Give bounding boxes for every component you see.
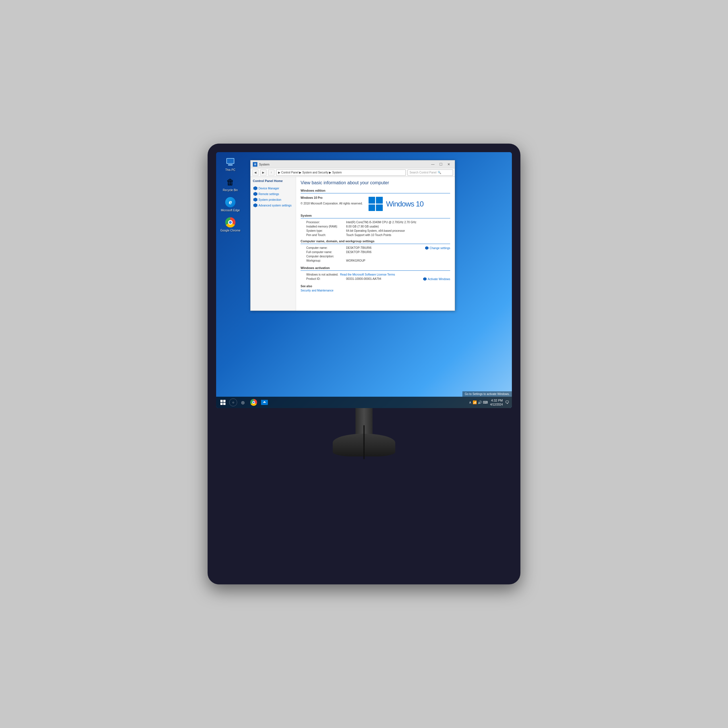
device-manager-label: Device Manager [258, 187, 279, 190]
device-manager-link[interactable]: Device Manager [253, 185, 294, 191]
pen-touch-row: Pen and Touch: Touch Support with 10 Tou… [301, 234, 450, 237]
edge-icon[interactable]: e Microsoft Edge [219, 195, 242, 213]
back-button[interactable]: ◀ [252, 170, 258, 176]
tablet-device: This PC 🗑 Recycle Bin e Microsoft Edge [208, 144, 520, 584]
taskbar-search-button[interactable]: ○ [229, 398, 237, 406]
taskbar-cortana[interactable]: ◎ [238, 397, 248, 407]
start-button[interactable] [218, 397, 228, 407]
forward-button[interactable]: ▶ [260, 170, 266, 176]
close-button[interactable]: ✕ [445, 162, 453, 167]
see-also-section: See also Security and Maintenance [301, 283, 450, 292]
change-settings-label: Change settings [430, 246, 450, 250]
windows10-logo: Windows 10 [369, 197, 424, 211]
computer-name-label: Computer name: [301, 246, 346, 249]
pen-touch-label: Pen and Touch: [301, 234, 346, 237]
edge-shape: e [225, 197, 236, 207]
address-bar: ◀ ▶ ↑ ▶ Control Panel ▶ System and Secur… [251, 168, 455, 177]
recycle-bin-icon-img: 🗑 [225, 176, 236, 188]
edge-icon-img: e [225, 196, 236, 208]
license-terms-link[interactable]: Read the Microsoft Software License Term… [340, 273, 395, 276]
mail-icon [261, 400, 268, 405]
change-settings-link[interactable]: Change settings [425, 246, 450, 250]
system-type-label: System type: [301, 229, 346, 232]
chrome-label: Google Chrome [220, 229, 240, 232]
main-content: View basic information about your comput… [296, 177, 455, 310]
chrome-icon-img [225, 217, 236, 228]
taskbar-time: 4:32 PM [490, 398, 503, 402]
security-maintenance-link[interactable]: Security and Maintenance [301, 289, 450, 292]
left-panel-title: Control Panel Home [253, 179, 294, 183]
this-pc-icon-img [225, 156, 236, 168]
product-id-label: Product ID: [301, 277, 346, 281]
chrome-ring-shape [225, 217, 236, 228]
workgroup-value: WORKGROUP [346, 259, 372, 262]
computer-name-section: Computer name: DESKTOP-TBIURI6 Full comp… [301, 246, 450, 263]
computer-description-row: Computer description: [301, 255, 372, 258]
taskbar-mail[interactable] [259, 397, 269, 407]
desktop-icons-container: This PC 🗑 Recycle Bin e Microsoft Edge [219, 155, 242, 234]
up-button[interactable]: ↑ [268, 170, 274, 176]
workgroup-row: Workgroup: WORKGROUP [301, 259, 372, 262]
taskbar-search-icon: ○ [232, 401, 234, 404]
activate-banner-text: Go to Settings to activate Windows. [465, 392, 509, 396]
window-body: Control Panel Home Device Manager Remote… [251, 177, 455, 310]
windows-edition-header: Windows edition [301, 189, 450, 193]
maximize-button[interactable]: ☐ [437, 162, 445, 167]
chrome-icon[interactable]: Google Chrome [219, 216, 242, 234]
recycle-bin-icon[interactable]: 🗑 Recycle Bin [219, 175, 242, 193]
advanced-settings-link[interactable]: Advanced system settings [253, 202, 294, 208]
computer-name-header: Computer name, domain, and workgroup set… [301, 239, 450, 244]
activate-windows-link[interactable]: Activate Windows [423, 277, 450, 281]
search-control-panel[interactable]: Search Control Panel 🔍 [407, 170, 453, 176]
taskbar-clock[interactable]: 4:32 PM 4/12/2024 [490, 398, 503, 406]
pen-touch-value: Touch Support with 10 Touch Points [346, 234, 450, 237]
windows-edition-section: Windows 10 Pro © 2018 Microsoft Corporat… [301, 196, 450, 211]
flag-sq2 [376, 197, 383, 203]
full-computer-name-value: DESKTOP-TBIURI6 [346, 251, 372, 254]
flag-sq4 [376, 205, 383, 211]
ram-row: Installed memory (RAM): 8.00 GB (7.90 GB… [301, 225, 450, 228]
taskbar-chrome-icon [250, 399, 257, 406]
this-pc-label: This PC [225, 168, 236, 172]
recycle-glyph: 🗑 [226, 177, 234, 187]
computer-name-row: Computer name: DESKTOP-TBIURI6 [301, 246, 372, 249]
taskbar: ○ ◎ ∧ 📶 🔊 ⌨ 4:32 PM 4/12/2024 [216, 397, 512, 408]
taskbar-chrome[interactable] [249, 397, 259, 407]
system-type-row: System type: 64-bit Operating System, x6… [301, 229, 450, 232]
system-protection-link[interactable]: System protection [253, 197, 294, 202]
workgroup-label: Workgroup: [301, 259, 346, 262]
activate-windows-banner: Go to Settings to activate Windows. [462, 391, 512, 397]
remote-settings-link[interactable]: Remote settings [253, 191, 294, 197]
taskbar-right: ∧ 📶 🔊 ⌨ 4:32 PM 4/12/2024 🗨 [469, 398, 510, 406]
system-header: System [301, 214, 450, 219]
computer-name-value: DESKTOP-TBIURI6 [346, 246, 372, 249]
activate-shield-icon [423, 277, 427, 281]
ram-label: Installed memory (RAM): [301, 225, 346, 228]
system-type-value: 64-bit Operating System, x64-based proce… [346, 229, 450, 232]
minimize-button[interactable]: — [429, 162, 436, 167]
chrome-center [228, 220, 232, 225]
notification-icon[interactable]: 🗨 [505, 400, 509, 405]
tablet-screen: This PC 🗑 Recycle Bin e Microsoft Edge [216, 152, 512, 408]
flag-sq1 [369, 197, 375, 203]
search-placeholder: Search Control Panel [410, 171, 436, 174]
edition-text: Windows 10 Pro © 2018 Microsoft Corporat… [301, 196, 363, 206]
advanced-settings-label: Advanced system settings [258, 203, 292, 207]
shield-icon-protection [253, 198, 257, 202]
processor-row: Processor: Intel(R) Core(TM) i5-3340M CP… [301, 221, 450, 224]
system-window: 🖥 System — ☐ ✕ ◀ ▶ ↑ ▶ Control Panel ▶ S… [250, 160, 455, 311]
computer-desc-value [346, 255, 372, 258]
start-sq4 [223, 403, 225, 405]
window-title: System [259, 163, 429, 166]
main-title: View basic information about your comput… [301, 180, 450, 185]
left-panel: Control Panel Home Device Manager Remote… [251, 177, 296, 310]
activation-status: Windows is not activated. [301, 273, 338, 276]
activation-status-row: Windows is not activated. Read the Micro… [301, 273, 450, 276]
windows10-text: Windows 10 [386, 200, 424, 208]
this-pc-icon[interactable]: This PC [219, 155, 242, 173]
flag-sq3 [369, 205, 375, 211]
processor-label: Processor: [301, 221, 346, 224]
shield-icon-remote [253, 192, 257, 196]
shield-icon-device [253, 186, 257, 190]
breadcrumb[interactable]: ▶ Control Panel ▶ System and Security ▶ … [276, 170, 406, 176]
